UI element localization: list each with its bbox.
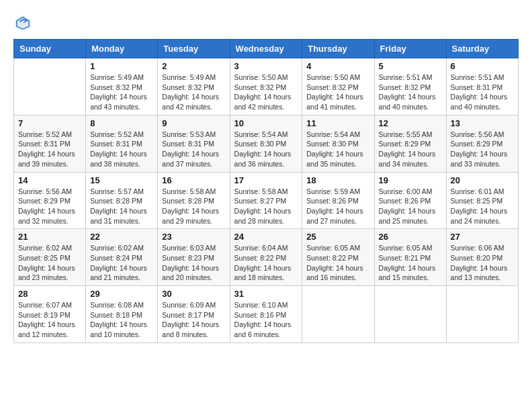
day-number: 17	[234, 175, 298, 185]
day-number: 31	[234, 289, 298, 299]
day-info: Sunrise: 6:03 AM Sunset: 8:23 PM Dayligh…	[162, 243, 225, 283]
calendar-cell: 3Sunrise: 5:50 AM Sunset: 8:32 PM Daylig…	[230, 58, 302, 116]
calendar-cell	[374, 286, 446, 343]
week-row-2: 7Sunrise: 5:52 AM Sunset: 8:31 PM Daylig…	[14, 115, 519, 172]
day-info: Sunrise: 5:53 AM Sunset: 8:31 PM Dayligh…	[162, 130, 225, 169]
calendar-table: SundayMondayTuesdayWednesdayThursdayFrid…	[13, 39, 519, 343]
day-info: Sunrise: 5:54 AM Sunset: 8:30 PM Dayligh…	[234, 130, 298, 169]
day-number: 20	[451, 175, 514, 185]
day-info: Sunrise: 6:05 AM Sunset: 8:21 PM Dayligh…	[379, 243, 442, 283]
week-row-3: 14Sunrise: 5:56 AM Sunset: 8:29 PM Dayli…	[14, 172, 519, 229]
calendar-cell: 6Sunrise: 5:51 AM Sunset: 8:31 PM Daylig…	[446, 58, 518, 116]
day-number: 1	[90, 61, 153, 71]
day-info: Sunrise: 5:52 AM Sunset: 8:31 PM Dayligh…	[90, 130, 153, 169]
calendar-cell: 5Sunrise: 5:51 AM Sunset: 8:32 PM Daylig…	[374, 58, 446, 116]
logo	[13, 13, 35, 32]
logo-icon	[13, 13, 32, 32]
header-row: SundayMondayTuesdayWednesdayThursdayFrid…	[14, 40, 519, 58]
day-info: Sunrise: 5:58 AM Sunset: 8:27 PM Dayligh…	[234, 187, 298, 226]
day-number: 8	[90, 118, 153, 128]
calendar-cell: 2Sunrise: 5:49 AM Sunset: 8:32 PM Daylig…	[158, 58, 230, 116]
day-info: Sunrise: 6:00 AM Sunset: 8:26 PM Dayligh…	[379, 187, 442, 226]
header-day-tuesday: Tuesday	[158, 40, 230, 58]
day-info: Sunrise: 6:01 AM Sunset: 8:25 PM Dayligh…	[451, 187, 514, 226]
calendar-cell: 15Sunrise: 5:57 AM Sunset: 8:28 PM Dayli…	[86, 172, 158, 229]
calendar-cell: 23Sunrise: 6:03 AM Sunset: 8:23 PM Dayli…	[158, 229, 230, 286]
day-info: Sunrise: 5:58 AM Sunset: 8:28 PM Dayligh…	[162, 187, 225, 226]
day-number: 16	[162, 175, 225, 185]
day-info: Sunrise: 5:54 AM Sunset: 8:30 PM Dayligh…	[306, 130, 369, 169]
day-number: 18	[306, 175, 369, 185]
day-number: 23	[162, 232, 225, 242]
day-info: Sunrise: 6:05 AM Sunset: 8:22 PM Dayligh…	[306, 243, 369, 283]
day-number: 6	[451, 61, 514, 71]
day-info: Sunrise: 5:51 AM Sunset: 8:32 PM Dayligh…	[379, 73, 442, 112]
day-number: 3	[234, 61, 298, 71]
day-info: Sunrise: 6:09 AM Sunset: 8:17 PM Dayligh…	[162, 300, 225, 340]
calendar-cell: 1Sunrise: 5:49 AM Sunset: 8:32 PM Daylig…	[86, 58, 158, 116]
calendar-cell: 20Sunrise: 6:01 AM Sunset: 8:25 PM Dayli…	[446, 172, 518, 229]
day-number: 9	[162, 118, 225, 128]
day-number: 2	[162, 61, 225, 71]
calendar-cell: 26Sunrise: 6:05 AM Sunset: 8:21 PM Dayli…	[374, 229, 446, 286]
day-info: Sunrise: 6:08 AM Sunset: 8:18 PM Dayligh…	[90, 300, 153, 340]
page-header	[13, 13, 519, 32]
calendar-cell: 22Sunrise: 6:02 AM Sunset: 8:24 PM Dayli…	[86, 229, 158, 286]
day-info: Sunrise: 6:02 AM Sunset: 8:24 PM Dayligh…	[90, 243, 153, 283]
calendar-cell: 14Sunrise: 5:56 AM Sunset: 8:29 PM Dayli…	[14, 172, 86, 229]
day-number: 27	[451, 232, 514, 242]
calendar-cell	[446, 286, 518, 343]
calendar-cell: 18Sunrise: 5:59 AM Sunset: 8:26 PM Dayli…	[302, 172, 374, 229]
calendar-body: 1Sunrise: 5:49 AM Sunset: 8:32 PM Daylig…	[14, 58, 519, 343]
header-day-saturday: Saturday	[446, 40, 518, 58]
day-info: Sunrise: 5:56 AM Sunset: 8:29 PM Dayligh…	[451, 130, 514, 169]
week-row-5: 28Sunrise: 6:07 AM Sunset: 8:19 PM Dayli…	[14, 286, 519, 343]
day-info: Sunrise: 6:10 AM Sunset: 8:16 PM Dayligh…	[234, 300, 298, 340]
calendar-cell: 30Sunrise: 6:09 AM Sunset: 8:17 PM Dayli…	[158, 286, 230, 343]
day-info: Sunrise: 6:06 AM Sunset: 8:20 PM Dayligh…	[451, 243, 514, 283]
header-day-friday: Friday	[374, 40, 446, 58]
day-number: 5	[379, 61, 442, 71]
day-info: Sunrise: 5:52 AM Sunset: 8:31 PM Dayligh…	[18, 130, 81, 169]
week-row-4: 21Sunrise: 6:02 AM Sunset: 8:25 PM Dayli…	[14, 229, 519, 286]
calendar-cell: 29Sunrise: 6:08 AM Sunset: 8:18 PM Dayli…	[86, 286, 158, 343]
calendar-cell: 27Sunrise: 6:06 AM Sunset: 8:20 PM Dayli…	[446, 229, 518, 286]
calendar-cell: 31Sunrise: 6:10 AM Sunset: 8:16 PM Dayli…	[230, 286, 302, 343]
day-number: 13	[451, 118, 514, 128]
calendar-cell: 17Sunrise: 5:58 AM Sunset: 8:27 PM Dayli…	[230, 172, 302, 229]
calendar-cell: 13Sunrise: 5:56 AM Sunset: 8:29 PM Dayli…	[446, 115, 518, 172]
day-number: 28	[18, 289, 81, 299]
calendar-cell	[302, 286, 374, 343]
day-number: 12	[379, 118, 442, 128]
calendar-cell: 9Sunrise: 5:53 AM Sunset: 8:31 PM Daylig…	[158, 115, 230, 172]
day-number: 7	[18, 118, 81, 128]
day-info: Sunrise: 6:04 AM Sunset: 8:22 PM Dayligh…	[234, 243, 298, 283]
day-info: Sunrise: 5:57 AM Sunset: 8:28 PM Dayligh…	[90, 187, 153, 226]
header-day-sunday: Sunday	[14, 40, 86, 58]
day-info: Sunrise: 5:50 AM Sunset: 8:32 PM Dayligh…	[306, 73, 369, 112]
day-number: 4	[306, 61, 369, 71]
header-day-monday: Monday	[86, 40, 158, 58]
day-number: 25	[306, 232, 369, 242]
calendar-cell: 10Sunrise: 5:54 AM Sunset: 8:30 PM Dayli…	[230, 115, 302, 172]
day-info: Sunrise: 5:55 AM Sunset: 8:29 PM Dayligh…	[379, 130, 442, 169]
day-number: 29	[90, 289, 153, 299]
day-number: 14	[18, 175, 81, 185]
calendar-cell: 24Sunrise: 6:04 AM Sunset: 8:22 PM Dayli…	[230, 229, 302, 286]
day-number: 11	[306, 118, 369, 128]
day-number: 22	[90, 232, 153, 242]
calendar-cell: 7Sunrise: 5:52 AM Sunset: 8:31 PM Daylig…	[14, 115, 86, 172]
day-number: 15	[90, 175, 153, 185]
calendar-cell: 11Sunrise: 5:54 AM Sunset: 8:30 PM Dayli…	[302, 115, 374, 172]
calendar-cell: 8Sunrise: 5:52 AM Sunset: 8:31 PM Daylig…	[86, 115, 158, 172]
day-info: Sunrise: 5:56 AM Sunset: 8:29 PM Dayligh…	[18, 187, 81, 226]
day-info: Sunrise: 6:07 AM Sunset: 8:19 PM Dayligh…	[18, 300, 81, 340]
day-info: Sunrise: 6:02 AM Sunset: 8:25 PM Dayligh…	[18, 243, 81, 283]
header-day-wednesday: Wednesday	[230, 40, 302, 58]
day-number: 10	[234, 118, 298, 128]
calendar-cell: 16Sunrise: 5:58 AM Sunset: 8:28 PM Dayli…	[158, 172, 230, 229]
day-info: Sunrise: 5:51 AM Sunset: 8:31 PM Dayligh…	[451, 73, 514, 112]
day-info: Sunrise: 5:50 AM Sunset: 8:32 PM Dayligh…	[234, 73, 298, 112]
calendar-cell: 21Sunrise: 6:02 AM Sunset: 8:25 PM Dayli…	[14, 229, 86, 286]
day-number: 24	[234, 232, 298, 242]
